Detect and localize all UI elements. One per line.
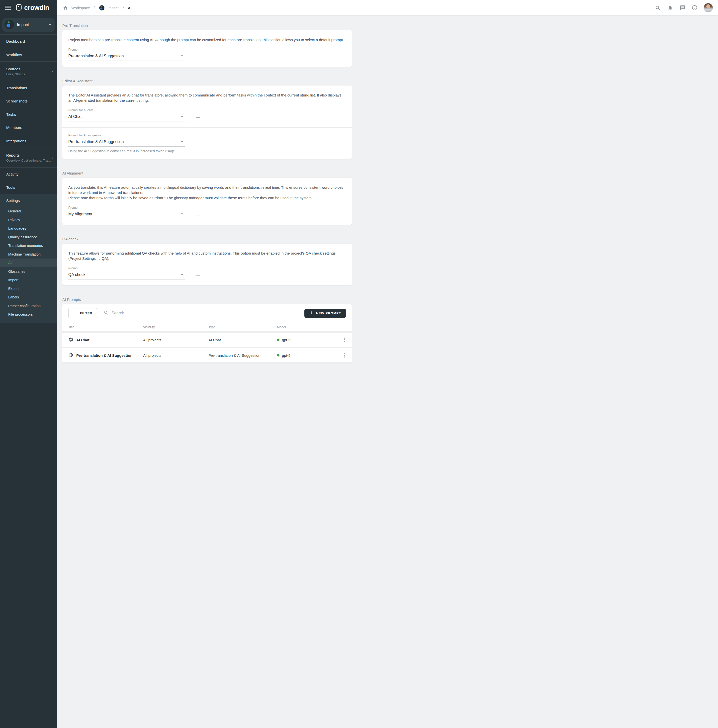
caret-down-icon	[181, 55, 183, 57]
qa-prompt-select[interactable]: QA check	[68, 272, 185, 280]
chevron-right-icon	[122, 6, 125, 10]
sidebar-item-tools[interactable]: Tools	[0, 181, 57, 194]
sidebar-item-sources[interactable]: Sources Files, Strings	[0, 61, 57, 81]
sidebar-item-import[interactable]: Import	[0, 276, 57, 284]
pre-translation-card: Project members can pre-translate conten…	[62, 30, 352, 67]
prompt-visibility: All projects	[143, 338, 208, 342]
search-icon	[104, 310, 108, 316]
column-type: Type	[208, 325, 277, 329]
alignment-prompt-select[interactable]: My Alignment	[68, 211, 185, 219]
sidebar-item-glossaries[interactable]: Glossaries	[0, 267, 57, 276]
column-model: Model	[277, 325, 338, 329]
sidebar-item-dashboard[interactable]: Dashboard	[0, 35, 57, 48]
sidebar-item-settings[interactable]: Settings	[0, 194, 57, 207]
sidebar-item-privacy[interactable]: Privacy	[0, 216, 57, 224]
pre-translation-prompt-select[interactable]: Pre-translation & AI Suggestion	[68, 54, 185, 61]
project-name: Impact	[17, 23, 49, 27]
select-value: My Alignment	[68, 212, 92, 216]
sidebar-top: crowdin	[0, 0, 57, 15]
sidebar-item-export[interactable]: Export	[0, 284, 57, 293]
breadcrumb-project[interactable]: Impact	[107, 6, 119, 10]
openai-icon	[68, 353, 73, 358]
ai-prompts-heading: AI Prompts	[62, 297, 352, 302]
breadcrumb: Workspace Impact AI	[62, 5, 131, 11]
sidebar-item-translation-memories[interactable]: Translation memories	[0, 241, 57, 250]
sidebar-item-sublabel: Files, Strings	[6, 72, 25, 76]
project-selector[interactable]: Impact	[2, 18, 55, 32]
pre-translation-heading: Pre-Translation	[62, 23, 352, 28]
breadcrumb-project-avatar	[99, 5, 104, 11]
home-icon[interactable]	[62, 5, 68, 11]
column-title: Title	[68, 325, 143, 329]
ai-prompts-card: FILTER NEW PROMPT Title Visibilit	[62, 304, 352, 364]
sidebar-item-screenshots[interactable]: Screenshots	[0, 95, 57, 108]
select-value: AI Chat	[68, 115, 81, 119]
section-pre-translation: Pre-Translation Project members can pre-…	[62, 23, 352, 67]
table-row[interactable]: AI Chat All projects AI Chat gpt-5	[62, 333, 352, 347]
caret-down-icon	[181, 274, 183, 275]
column-visibility: Visibility	[143, 325, 208, 329]
table-row[interactable]: Pre-translation & AI Suggestion All proj…	[62, 348, 352, 362]
search-input[interactable]	[112, 311, 304, 315]
select-value: Pre-translation & AI Suggestion	[68, 54, 124, 58]
sidebar-item-activity[interactable]: Activity	[0, 168, 57, 181]
filter-button[interactable]: FILTER	[68, 308, 97, 318]
chevron-right-icon	[93, 6, 96, 10]
sidebar-item-sublabel: Overview, Cost estimate, Transl...	[6, 159, 51, 162]
row-menu-icon[interactable]	[343, 336, 346, 343]
sidebar-item-translations[interactable]: Translations	[0, 81, 57, 95]
add-ai-chat-prompt-button[interactable]	[195, 115, 201, 121]
row-menu-icon[interactable]	[343, 352, 346, 358]
ai-prompts-toolbar: FILTER NEW PROMPT	[62, 304, 352, 323]
ai-chat-prompt-label: Prompt for AI chat	[68, 109, 346, 112]
ai-alignment-description-2: Please note that new terms will initiall…	[68, 195, 346, 200]
main-content: Pre-Translation Project members can pre-…	[57, 0, 359, 364]
qa-check-heading: QA check	[62, 237, 352, 241]
prompt-model: gpt-5	[282, 353, 290, 358]
sidebar-item-parser-configuration[interactable]: Parser configuration	[0, 302, 57, 310]
section-editor-ai-assistant: Editor AI Assistant The Editor AI Assist…	[62, 79, 352, 159]
sidebar-nav: Dashboard Workflow Sources Files, String…	[0, 35, 57, 364]
ai-alignment-description-1: As you translate, this AI feature automa…	[68, 185, 346, 195]
breadcrumb-workspace[interactable]: Workspace	[71, 6, 90, 10]
model-status-dot	[277, 339, 280, 341]
prompt-type: Pre-translation & AI Suggestion	[208, 353, 277, 358]
filter-icon	[73, 310, 78, 316]
ai-suggestion-prompt-select[interactable]: Pre-translation & AI Suggestion	[68, 139, 185, 147]
chevron-down-icon	[49, 24, 51, 26]
sidebar-item-file-processors[interactable]: File processors	[0, 310, 57, 319]
chevron-right-icon	[50, 70, 53, 74]
add-qa-prompt-button[interactable]	[195, 272, 201, 279]
sidebar-item-languages[interactable]: Languages	[0, 224, 57, 233]
crowdin-logo-icon	[15, 4, 22, 12]
model-status-dot	[277, 354, 280, 356]
crowdin-logo[interactable]: crowdin	[15, 4, 49, 12]
sidebar-item-reports[interactable]: Reports Overview, Cost estimate, Transl.…	[0, 148, 57, 167]
select-value: QA check	[68, 272, 85, 277]
caret-down-icon	[181, 116, 183, 117]
sidebar-item-members[interactable]: Members	[0, 121, 57, 134]
add-alignment-prompt-button[interactable]	[195, 212, 201, 219]
new-prompt-button[interactable]: NEW PROMPT	[304, 309, 346, 318]
ai-chat-prompt-select[interactable]: AI Chat	[68, 114, 185, 121]
sidebar-item-general[interactable]: General	[0, 207, 57, 216]
prompts-table-header: Title Visibility Type Model	[62, 323, 352, 331]
add-ai-suggestion-prompt-button[interactable]	[195, 140, 201, 146]
add-pre-translation-prompt-button[interactable]	[195, 54, 201, 60]
sidebar-item-ai[interactable]: AI	[0, 258, 57, 267]
qa-prompt-label: Prompt	[68, 266, 346, 270]
sidebar-item-machine-translation[interactable]: Machine Translation	[0, 250, 57, 259]
caret-down-icon	[181, 213, 183, 215]
plus-icon	[309, 311, 313, 316]
sidebar-item-tasks[interactable]: Tasks	[0, 108, 57, 121]
prompt-search	[104, 310, 304, 316]
menu-icon[interactable]	[3, 3, 12, 12]
sidebar-item-integrations[interactable]: Integrations	[0, 135, 57, 148]
sidebar-item-quality-assurance[interactable]: Quality assurance	[0, 233, 57, 242]
prompt-model: gpt-5	[282, 338, 290, 342]
sidebar-item-labels[interactable]: Labels	[0, 293, 57, 302]
sidebar-item-workflow[interactable]: Workflow	[0, 48, 57, 61]
editor-ai-description: The Editor AI Assistant provides an AI c…	[68, 92, 346, 103]
ai-suggestion-note: Using the AI Suggestion in editor can re…	[68, 149, 346, 153]
qa-check-card: This feature allows for performing addit…	[62, 243, 352, 286]
